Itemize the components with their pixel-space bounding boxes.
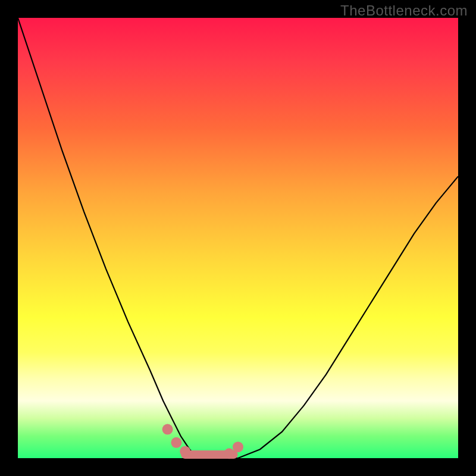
plot-area (18, 18, 458, 458)
chart-frame: TheBottleneck.com (0, 0, 476, 476)
highlight-dot (224, 448, 234, 459)
curve-svg (18, 18, 458, 458)
highlight-dot (180, 446, 190, 457)
watermark-label: TheBottleneck.com (340, 2, 468, 19)
bottleneck-curve (18, 18, 458, 458)
highlight-dot (171, 437, 181, 448)
highlight-dot (233, 441, 243, 452)
highlight-dot (162, 424, 173, 435)
